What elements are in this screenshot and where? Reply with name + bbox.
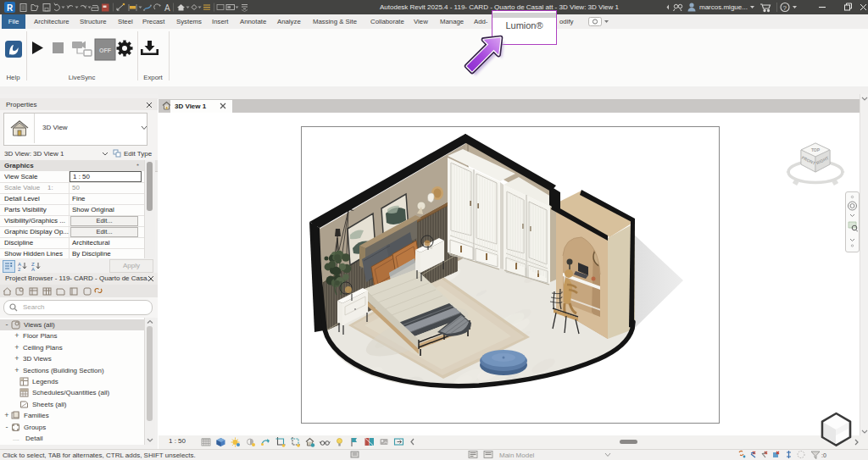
- svg-text:OFF: OFF: [99, 47, 112, 53]
- svg-text:R: R: [7, 3, 14, 13]
- svg-text:TOP: TOP: [811, 147, 821, 152]
- svg-text:A: A: [164, 3, 170, 13]
- svg-text:A: A: [31, 267, 35, 271]
- svg-text:2: 2: [18, 267, 21, 271]
- svg-text:marcos.migue...: marcos.migue...: [699, 3, 748, 11]
- svg-text::0: :0: [821, 452, 826, 458]
- svg-text:?: ?: [783, 4, 787, 12]
